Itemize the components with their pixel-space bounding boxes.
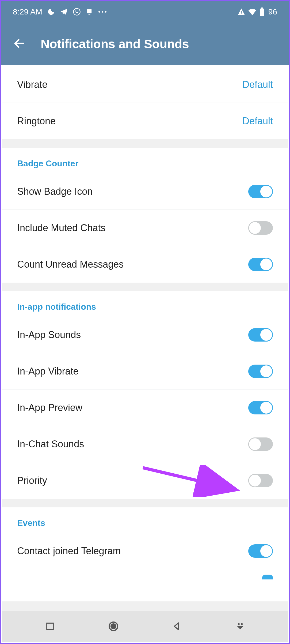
svg-marker-19 bbox=[237, 626, 243, 629]
svg-rect-13 bbox=[47, 623, 53, 630]
svg-rect-6 bbox=[241, 11, 242, 13]
toggle-in-app-vibrate[interactable] bbox=[248, 365, 273, 378]
toggle-count-unread[interactable] bbox=[248, 258, 273, 271]
battery-icon bbox=[259, 8, 265, 16]
row-label: Priority bbox=[17, 475, 47, 486]
nav-home-button[interactable] bbox=[105, 618, 121, 634]
svg-rect-7 bbox=[241, 13, 242, 14]
section-basic: Vibrate Default Ringtone Default bbox=[2, 66, 288, 139]
row-label: Include Muted Chats bbox=[17, 222, 105, 234]
svg-rect-2 bbox=[89, 14, 90, 15]
row-count-unread[interactable]: Count Unread Messages bbox=[2, 246, 288, 283]
row-in-chat-sounds[interactable]: In-Chat Sounds bbox=[2, 426, 288, 462]
svg-point-18 bbox=[241, 623, 243, 625]
row-label: Show Badge Icon bbox=[17, 186, 93, 197]
section-in-app-notifications: In-app notifications In-App Sounds In-Ap… bbox=[2, 291, 288, 499]
svg-point-17 bbox=[238, 623, 239, 625]
nav-back-button[interactable] bbox=[169, 618, 185, 634]
status-bar: 8:29 AM bbox=[1, 1, 289, 23]
section-title: In-app notifications bbox=[2, 291, 288, 317]
svg-point-15 bbox=[111, 624, 116, 629]
toggle-include-muted-chats[interactable] bbox=[248, 221, 273, 235]
nav-recent-button[interactable] bbox=[42, 618, 58, 634]
notification-icon bbox=[86, 8, 93, 16]
toggle-in-app-sounds[interactable] bbox=[248, 328, 273, 342]
row-label: Vibrate bbox=[17, 79, 47, 90]
row-priority[interactable]: Priority bbox=[2, 462, 288, 499]
row-value: Default bbox=[242, 79, 273, 90]
row-label: Count Unread Messages bbox=[17, 259, 124, 270]
svg-marker-16 bbox=[174, 623, 178, 630]
svg-point-4 bbox=[102, 11, 103, 13]
row-label: Ringtone bbox=[17, 115, 56, 127]
app-bar: Notifications and Sounds bbox=[1, 23, 289, 65]
whatsapp-icon bbox=[73, 8, 81, 16]
row-label: Contact joined Telegram bbox=[17, 545, 121, 557]
row-include-muted-chats[interactable]: Include Muted Chats bbox=[2, 210, 288, 246]
toggle-show-badge-icon[interactable] bbox=[248, 185, 273, 198]
moon-icon bbox=[47, 8, 55, 16]
back-button[interactable] bbox=[13, 37, 26, 51]
row-in-app-sounds[interactable]: In-App Sounds bbox=[2, 317, 288, 353]
svg-point-0 bbox=[74, 9, 80, 15]
row-value: Default bbox=[242, 115, 273, 127]
row-in-app-vibrate[interactable]: In-App Vibrate bbox=[2, 353, 288, 390]
svg-point-3 bbox=[98, 11, 100, 13]
nav-keyboard-button[interactable] bbox=[232, 618, 248, 634]
wifi-icon bbox=[248, 8, 257, 15]
svg-rect-8 bbox=[260, 9, 264, 16]
row-label: In-App Preview bbox=[17, 402, 82, 413]
row-show-badge-icon[interactable]: Show Badge Icon bbox=[2, 173, 288, 210]
row-label: In-App Sounds bbox=[17, 329, 81, 340]
section-events: Events Contact joined Telegram bbox=[2, 507, 288, 601]
section-title: Badge Counter bbox=[2, 148, 288, 173]
row-vibrate[interactable]: Vibrate Default bbox=[2, 66, 288, 103]
warning-icon bbox=[237, 8, 245, 16]
row-contact-joined-telegram[interactable]: Contact joined Telegram bbox=[2, 533, 288, 569]
section-title: Events bbox=[2, 507, 288, 533]
telegram-icon bbox=[60, 8, 68, 16]
svg-rect-9 bbox=[261, 8, 263, 9]
page-title: Notifications and Sounds bbox=[41, 37, 189, 51]
toggle-priority[interactable] bbox=[248, 474, 273, 487]
svg-rect-1 bbox=[87, 9, 91, 13]
toggle-in-app-preview[interactable] bbox=[248, 401, 273, 414]
battery-level: 96 bbox=[268, 7, 277, 16]
toggle-in-chat-sounds[interactable] bbox=[248, 437, 273, 451]
system-nav-bar bbox=[2, 611, 288, 642]
row-label: In-App Vibrate bbox=[17, 366, 78, 377]
section-badge-counter: Badge Counter Show Badge Icon Include Mu… bbox=[2, 148, 288, 283]
toggle-contact-joined[interactable] bbox=[248, 544, 273, 558]
svg-point-5 bbox=[105, 11, 106, 13]
settings-list: Vibrate Default Ringtone Default Badge C… bbox=[2, 66, 288, 611]
status-time: 8:29 AM bbox=[13, 7, 42, 16]
row-label: In-Chat Sounds bbox=[17, 439, 84, 450]
row-ringtone[interactable]: Ringtone Default bbox=[2, 103, 288, 139]
more-icon bbox=[98, 10, 107, 13]
row-in-app-preview[interactable]: In-App Preview bbox=[2, 390, 288, 426]
